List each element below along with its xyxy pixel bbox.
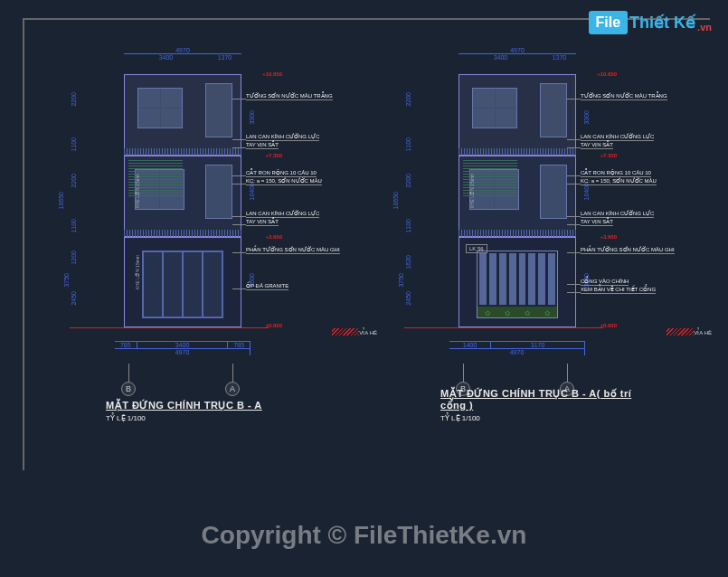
dim-value: 2200 (71, 174, 77, 188)
dim-value: 2200 (405, 92, 411, 107)
dimension-top: 4970 3400 1370 (124, 47, 241, 61)
railing-f3 (459, 148, 576, 156)
annotation-leader: PHẦN TƯỜNG SƠN NƯỚC MÀU GHI (246, 246, 340, 254)
dim-value: 785 (115, 342, 137, 348)
dim-value: 1100 (405, 219, 411, 233)
logo-text: Thiết Kế (629, 13, 695, 33)
annotation-leader: CẮT RON RỘNG 10 CÁU 10 (581, 169, 651, 177)
dim-value: 10650 (392, 192, 399, 209)
door-floor2 (205, 165, 232, 219)
dim-value: 3300 (249, 110, 255, 125)
watermark: Copyright © FileThietKe.vn (0, 521, 728, 550)
dim-value: 1620 (405, 255, 411, 270)
gap-label: KHE LỚN 15mm (135, 174, 140, 208)
building-outline: KHE LỚN 15mm KHE LỚN 15mm 3300 10400 360… (124, 74, 241, 327)
title-block-left: MẶT ĐỨNG CHÍNH TRỤC B - A TỶ LỆ 1/100 (106, 400, 262, 422)
annotation-leader: LAN CAN KÍNH CƯỜNG LỰC (581, 133, 654, 141)
railing-f2 (124, 230, 241, 237)
annotation-leader: LAN CAN KÍNH CƯỜNG LỰC (581, 210, 654, 218)
dimension-bottom: 1400 3170 4970 (449, 341, 585, 355)
dimension-bottom: 785 3400 785 4970 (115, 341, 251, 355)
annotation-leader: LAN CAN KÍNH CƯỜNG LỰC (246, 133, 319, 141)
annotation-leader: KC: a = 150, SƠN NƯỚC MÀU (246, 177, 322, 185)
dimension-left: 10650 2200 1100 2200 1100 1620 2450 3750 (400, 74, 418, 327)
railing-f2 (459, 230, 576, 237)
annotation-leader: ỐP ĐÁ GRANITE (246, 282, 288, 290)
door-floor3 (205, 83, 232, 137)
plant-icon: ✿ (485, 309, 491, 317)
dim-value: 3750 (63, 273, 70, 288)
elevation-right: 4970 3400 1370 10650 2200 1100 2200 1100… (422, 74, 657, 327)
annotation-leader: TAY VỊN SẮT (246, 141, 279, 149)
annotation-leader: LAN CAN KÍNH CƯỜNG LỰC (246, 210, 319, 218)
annotation-leader: CỔNG VÀO CHÍNH (581, 278, 629, 286)
door-floor2 (540, 165, 567, 219)
main-gate: ✿ ✿ ✿ ✿ (477, 251, 558, 318)
dim-value: 4970 (449, 349, 585, 355)
dim-value: 1400 (449, 342, 491, 348)
axis-bubble-b: B (121, 382, 136, 396)
dim-value: 2200 (405, 174, 411, 188)
drawing-title: MẶT ĐỨNG CHÍNH TRỤC B - A (106, 400, 262, 411)
axis-line (232, 364, 233, 382)
axis-line (567, 364, 568, 382)
drawing-scale: TỶ LỆ 1/100 (106, 414, 262, 422)
dim-value: 3400 (137, 342, 229, 348)
annotation-leader: TƯỜNG SƠN NƯỚC MÀU TRẮNG (581, 92, 667, 100)
curb-label: VỈA HÈ (359, 329, 377, 336)
dim-value: 3170 (491, 342, 585, 348)
dim-value: 2200 (71, 92, 77, 107)
dimension-top: 4970 3400 1370 (459, 47, 576, 61)
window-floor3 (472, 88, 517, 128)
annotation-leader: TAY VỊN SẮT (246, 218, 279, 226)
level-marker: +10.650 (597, 71, 617, 77)
dim-value: 3750 (398, 273, 404, 288)
axis-bubble-a: A (225, 382, 240, 396)
logo: File Thiết Kế .vn (589, 11, 712, 34)
dim-value: 1370 (543, 54, 576, 61)
annotation-leader: TƯỜNG SƠN NƯỚC MÀU TRẮNG (246, 92, 333, 100)
dim-value: 4970 (459, 47, 576, 53)
curb-hatch (332, 328, 359, 336)
dim-value: 4970 (115, 349, 251, 355)
glass-door-ground (142, 251, 223, 318)
drawing-title: MẶT ĐỨNG CHÍNH TRỤC B - A( bố trí cổng ) (440, 388, 657, 411)
plant-icon: ✿ (505, 309, 511, 317)
annotation-leader: XEM BẢN VẼ CHI TIẾT CỔNG (581, 286, 656, 294)
dim-value: 2450 (71, 291, 77, 306)
dim-value: 1370 (208, 54, 241, 61)
building-outline: LK 56 ✿ ✿ ✿ ✿ KHE LỚN 15mm 3300 10400 (459, 74, 576, 327)
dim-value: 785 (228, 342, 251, 348)
gap-label: KHE LỚN 15mm (135, 255, 140, 289)
annotation-leader: TAY VỊN SẮT (581, 218, 613, 226)
railing-f3 (124, 148, 241, 156)
cad-viewport[interactable]: 4970 3400 1370 10650 2200 1100 2200 1100… (23, 18, 710, 470)
dimension-left: 10650 2200 1100 2200 1100 1200 2450 3750 (65, 74, 83, 327)
window-floor3 (137, 88, 183, 128)
dim-value: 2450 (405, 291, 411, 306)
dim-value: 1100 (71, 219, 77, 233)
drawing-scale: TỶ LỆ 1/100 (440, 414, 657, 422)
annotation-leader: TAY VỊN SẮT (581, 141, 613, 149)
planter: ✿ ✿ ✿ ✿ (477, 307, 557, 317)
axis-line (128, 364, 129, 382)
ground-line (404, 327, 603, 328)
dim-value: 10650 (58, 192, 64, 209)
dim-value: 3400 (459, 54, 543, 61)
level-marker: +3.600 (600, 234, 617, 240)
axis-line (463, 364, 464, 382)
logo-box: File (589, 11, 629, 34)
annotation-leader: PHẦN TƯỜNG SƠN NƯỚC MÀU GHI (581, 246, 675, 254)
plant-icon: ✿ (544, 309, 551, 317)
curb-hatch (667, 328, 694, 336)
level-marker: +3.600 (265, 234, 282, 240)
dim-value: 4970 (124, 47, 241, 53)
ground-line (70, 327, 269, 328)
logo-suffix: .vn (697, 22, 712, 33)
plant-icon: ✿ (525, 309, 531, 317)
title-block-right: MẶT ĐỨNG CHÍNH TRỤC B - A( bố trí cổng )… (440, 388, 657, 422)
door-floor3 (540, 83, 567, 137)
dim-value: 3300 (583, 110, 590, 125)
level-marker: +7.350 (265, 153, 282, 158)
dim-value: 1200 (71, 251, 77, 265)
